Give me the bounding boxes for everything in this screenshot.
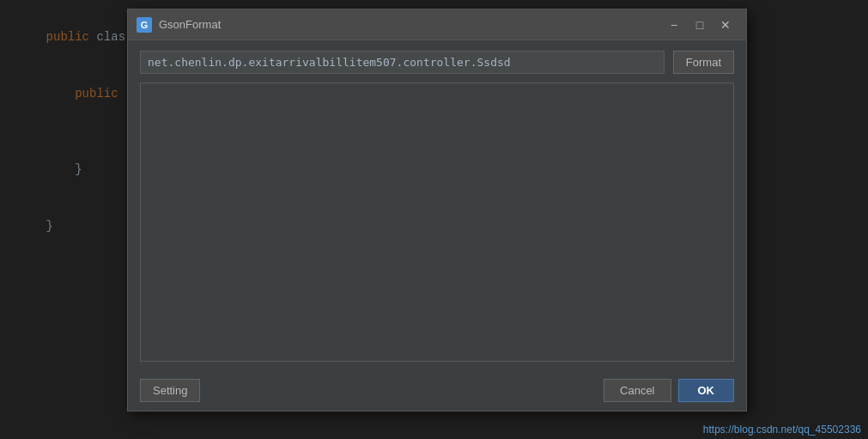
dialog-title: GsonFormat — [159, 18, 221, 31]
dialog-body: Format — [128, 40, 746, 372]
setting-button[interactable]: Setting — [140, 379, 200, 402]
ok-button[interactable]: OK — [678, 379, 735, 402]
gson-format-dialog: G GsonFormat − □ ✕ Format Setting Cancel… — [127, 9, 747, 412]
input-row: Format — [140, 51, 734, 74]
format-button[interactable]: Format — [673, 51, 734, 74]
status-bar-link[interactable]: https://blog.csdn.net/qq_45502336 — [703, 424, 861, 436]
svg-text:G: G — [141, 20, 149, 30]
minimize-button[interactable]: − — [662, 15, 686, 34]
close-button[interactable]: ✕ — [713, 15, 737, 34]
json-textarea[interactable] — [140, 82, 734, 362]
title-controls: − □ ✕ — [662, 15, 737, 34]
dialog-icon: G — [137, 17, 152, 33]
title-bar-left: G GsonFormat — [137, 17, 221, 33]
dialog-footer: Setting Cancel OK — [128, 372, 746, 411]
cancel-button[interactable]: Cancel — [604, 379, 671, 402]
footer-right: Cancel OK — [604, 379, 734, 402]
maximize-button[interactable]: □ — [688, 15, 712, 34]
class-name-input[interactable] — [140, 51, 665, 74]
dialog-title-bar: G GsonFormat − □ ✕ — [128, 9, 746, 40]
